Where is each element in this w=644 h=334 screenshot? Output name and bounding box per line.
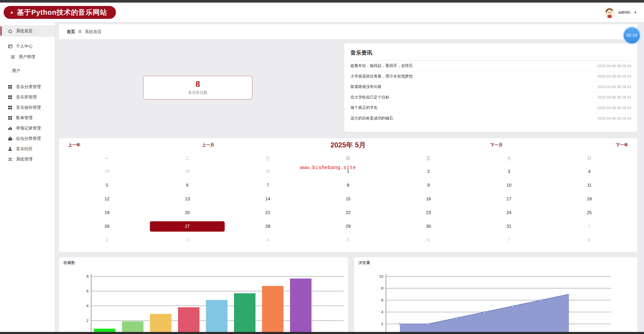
- news-item-title[interactable]: 大学就该抓住青春，用汗水实现梦想: [350, 74, 413, 79]
- breadcrumb-home-link[interactable]: 首页: [67, 29, 75, 35]
- calendar-week-row: 12131415161718: [59, 192, 637, 206]
- calendar-day[interactable]: 4: [549, 165, 630, 178]
- calendar-day[interactable]: 18: [549, 192, 630, 206]
- calendar-day[interactable]: 25: [549, 206, 630, 219]
- sidebar-item[interactable]: 系统管理: [0, 154, 55, 164]
- calendar-panel: 上一年 上一月 2025年 5月 下一月 下一年 一二三四五六日 2829301…: [59, 138, 637, 252]
- calendar-day[interactable]: 28: [228, 219, 308, 233]
- top-header: ● 基于Python技术的音乐网站 admin ▼: [0, 3, 644, 22]
- svg-text:8: 8: [86, 274, 89, 278]
- news-item-title[interactable]: 留退路就没有出路: [350, 84, 382, 89]
- calendar-day[interactable]: 9: [388, 178, 469, 192]
- calendar-day[interactable]: 4: [228, 233, 308, 247]
- calendar-day[interactable]: 5: [67, 178, 147, 192]
- sidebar-item[interactable]: 论坛分类管理: [0, 133, 55, 144]
- calendar-day[interactable]: 21: [228, 206, 308, 219]
- calendar-day[interactable]: 19: [67, 206, 147, 219]
- calendar-day[interactable]: 20: [147, 206, 228, 219]
- calendar-next-month-link[interactable]: 下一月: [490, 142, 503, 148]
- user-menu[interactable]: admin ▼: [604, 6, 637, 19]
- avatar[interactable]: [604, 7, 615, 18]
- calendar-day[interactable]: 29: [308, 219, 389, 233]
- calendar-day[interactable]: 22: [308, 206, 389, 219]
- calendar-day[interactable]: 8: [308, 178, 389, 192]
- calendar-week-row: 567891011: [59, 178, 637, 192]
- svg-text:8: 8: [381, 286, 383, 290]
- calendar-title: 2025年 5月: [59, 140, 637, 150]
- sidebar-item[interactable]: 歌单管理: [0, 113, 55, 123]
- sidebar-item[interactable]: 举报记录管理: [0, 123, 55, 133]
- calendar-day[interactable]: 28: [67, 165, 147, 178]
- calendar-weekday: 三: [228, 152, 308, 165]
- calendar-day[interactable]: 23: [388, 206, 469, 219]
- views-chart-title: 浏览量: [358, 260, 370, 265]
- calendar-weekday: 五: [388, 152, 469, 165]
- calendar-day[interactable]: 7: [228, 178, 308, 192]
- breadcrumb: 首页 系统首页: [59, 24, 637, 39]
- sidebar-item[interactable]: 音乐社区: [0, 144, 55, 154]
- calendar-day[interactable]: 10: [469, 178, 549, 192]
- calendar-day[interactable]: 5: [308, 233, 389, 247]
- calendar-weekday-row: 一二三四五六日: [59, 152, 637, 165]
- calendar-day[interactable]: 15: [308, 192, 389, 206]
- recording-timer-badge[interactable]: 02:14: [623, 26, 641, 44]
- calendar-day[interactable]: 3: [469, 165, 549, 178]
- grid-icon: [8, 116, 12, 120]
- news-item-title[interactable]: 做个真正的学生: [350, 105, 378, 110]
- calendar-day[interactable]: 8: [549, 233, 630, 247]
- calendar-day[interactable]: 6: [388, 233, 469, 247]
- calendar-day[interactable]: 14: [228, 192, 308, 206]
- calendar-weekday: 一: [67, 152, 147, 165]
- calendar-day[interactable]: 13: [147, 192, 228, 206]
- music-news-panel: 音乐资讯 趁着年轻，输得起，看得开，去经历2025-03-06 08:28:43…: [344, 43, 637, 132]
- calendar-day[interactable]: 2: [67, 233, 147, 247]
- news-item-row: 趁着年轻，输得起，看得开，去经历2025-03-06 08:28:43: [350, 61, 631, 71]
- sidebar-item-label: 系统首页: [16, 28, 33, 34]
- calendar-day[interactable]: 31: [469, 219, 549, 233]
- sidebar-item[interactable]: 用户管理: [0, 52, 55, 62]
- sidebar-item[interactable]: 音乐库管理: [0, 92, 55, 102]
- sidebar-menu: 系统首页个人中心用户管理用户音乐分类管理音乐库管理音乐创作管理歌单管理举报记录管…: [0, 25, 55, 164]
- news-item-row: 远大的目标是成功的磁石2025-03-06 08:28:43: [350, 113, 631, 124]
- calendar-day[interactable]: 30: [228, 165, 308, 178]
- sidebar-item[interactable]: 音乐创作管理: [0, 102, 55, 113]
- sidebar-item-label: 系统管理: [16, 157, 33, 162]
- calendar-day-selected[interactable]: 27: [147, 219, 228, 233]
- news-item-timestamp: 2025-03-06 08:28:43: [597, 95, 631, 99]
- favorites-chart-title: 收藏数: [63, 260, 75, 265]
- news-item-timestamp: 2025-03-06 08:28:43: [597, 64, 631, 68]
- calendar-day[interactable]: 12: [67, 192, 147, 206]
- calendar-day[interactable]: 29: [147, 165, 228, 178]
- calendar-day[interactable]: 2: [388, 165, 469, 178]
- calendar-day[interactable]: 16: [388, 192, 469, 206]
- news-item-title[interactable]: 趁着年轻，输得起，看得开，去经历: [350, 63, 413, 68]
- calendar-day[interactable]: 3: [147, 233, 228, 247]
- calendar-day[interactable]: 26: [67, 219, 147, 233]
- svg-text:4: 4: [86, 303, 89, 308]
- news-item-title[interactable]: 远大的目标是成功的磁石: [350, 116, 393, 121]
- calendar-day[interactable]: 24: [469, 206, 549, 219]
- calendar-day[interactable]: 11: [549, 178, 630, 192]
- calendar-weekday: 二: [147, 152, 228, 165]
- chevron-down-icon: ▼: [634, 11, 637, 14]
- sidebar-item-label: 音乐分类管理: [16, 84, 41, 90]
- calendar-week-row: 19202122232425: [59, 206, 637, 219]
- sidebar-item[interactable]: 系统首页: [0, 25, 55, 37]
- calendar-week-row: 2345678: [59, 233, 637, 247]
- sidebar-item[interactable]: 音乐分类管理: [0, 82, 55, 92]
- calendar-day[interactable]: 6: [147, 178, 228, 192]
- calendar-weekday: 四: [308, 152, 389, 165]
- calendar-day[interactable]: 30: [388, 219, 469, 233]
- breadcrumb-current: 系统首页: [85, 29, 101, 35]
- news-item-title[interactable]: 在大学给自己定个目标: [350, 95, 389, 100]
- calendar-next-year-link[interactable]: 下一年: [616, 142, 628, 148]
- calendar-day[interactable]: 1: [549, 219, 630, 233]
- logo-bullet-icon: ●: [10, 10, 13, 15]
- news-item-timestamp: 2025-03-06 08:28:43: [597, 116, 631, 120]
- calendar-day[interactable]: 7: [469, 233, 549, 247]
- home-icon: [8, 29, 12, 33]
- grid-icon: [8, 105, 12, 110]
- sidebar-item[interactable]: 个人中心: [0, 41, 55, 51]
- calendar-day[interactable]: 17: [469, 192, 549, 206]
- news-item-row: 留退路就没有出路2025-03-06 08:28:43: [350, 82, 631, 92]
